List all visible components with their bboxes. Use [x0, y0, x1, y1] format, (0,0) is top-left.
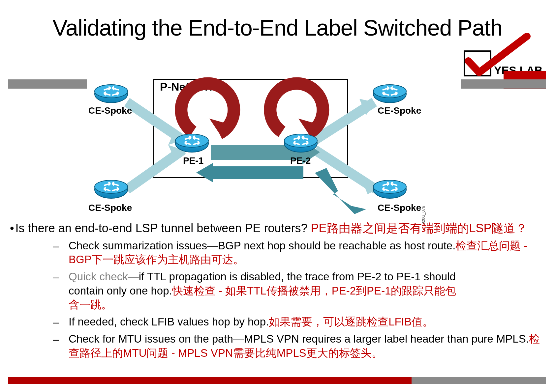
p-network-box — [153, 79, 348, 178]
content-body: Is there an end-to-end LSP tunnel betwee… — [10, 221, 542, 363]
bullet-4: Check for MTU issues on the path—MPLS VP… — [53, 332, 542, 360]
slide: Validating the End-to-End Label Switched… — [0, 0, 555, 392]
svg-marker-3 — [359, 99, 374, 115]
footer-red — [8, 377, 412, 384]
label-ce-bl: CE-Spoke — [88, 203, 132, 213]
bullet-1: Check summarization issues—BGP next hop … — [53, 239, 542, 266]
bullet-1-en: Check summarization issues—BGP next hop … — [69, 239, 455, 252]
router-pe2 — [284, 133, 318, 153]
label-ce-tl: CE-Spoke — [88, 105, 132, 116]
router-ce-top-left — [94, 84, 129, 104]
network-diagram: P-Network — [84, 76, 447, 219]
footer-bar — [8, 377, 546, 384]
header-bar-left — [8, 79, 87, 89]
router-ce-bottom-left — [94, 180, 129, 199]
svg-point-19 — [373, 180, 406, 193]
bullet-3-cn: 如果需要，可以逐跳检查LFIB值。 — [269, 316, 433, 328]
svg-point-23 — [284, 134, 317, 147]
question-en: Is there an end-to-end LSP tunnel betwee… — [10, 221, 308, 235]
bullet-2: Quick check—if TTL propagation is disabl… — [53, 270, 464, 312]
question-line: Is there an end-to-end LSP tunnel betwee… — [10, 221, 542, 236]
question-cn: PE路由器之间是否有端到端的LSP隧道？ — [311, 221, 527, 235]
router-pe1 — [175, 133, 209, 153]
footer-grey — [412, 377, 546, 384]
bullet-4-en: Check for MTU issues on the path—MPLS VP… — [69, 333, 529, 345]
p-network-label: P-Network — [160, 80, 215, 93]
label-ce-br: CE-Spoke — [378, 203, 421, 213]
label-pe2: PE-2 — [290, 155, 311, 166]
header-bar-right — [461, 79, 546, 89]
svg-point-13 — [95, 85, 128, 98]
svg-point-21 — [175, 134, 208, 147]
bullet-2-en-a: Quick check— — [69, 270, 139, 283]
svg-point-17 — [373, 85, 406, 98]
bullet-list: Check summarization issues—BGP next hop … — [10, 239, 542, 360]
bullet-3-en: If needed, check LFIB values hop by hop. — [69, 316, 269, 328]
router-ce-bottom-right — [373, 180, 407, 199]
bullet-3: If needed, check LFIB values hop by hop.… — [53, 315, 542, 329]
label-ce-tr: CE-Spoke — [378, 105, 421, 116]
svg-point-15 — [95, 180, 128, 193]
label-pe1: PE-1 — [183, 155, 203, 166]
router-ce-top-right — [373, 84, 407, 104]
